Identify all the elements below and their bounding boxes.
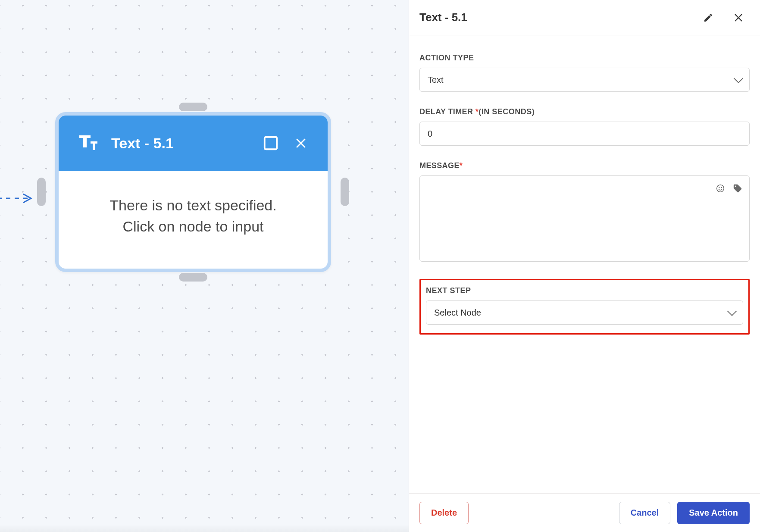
text-node[interactable]: Text - 5.1 There is no text specified. C… bbox=[55, 112, 331, 272]
delay-timer-input[interactable] bbox=[419, 122, 750, 146]
node-port-bottom[interactable] bbox=[179, 273, 207, 282]
message-label-text: MESSAGE bbox=[419, 161, 460, 170]
node-port-left[interactable] bbox=[37, 178, 46, 206]
svg-rect-1 bbox=[265, 137, 277, 150]
message-tools bbox=[715, 183, 743, 194]
panel-body: ACTION TYPE Text DELAY TIMER *(IN SECOND… bbox=[409, 35, 760, 446]
cancel-button[interactable]: Cancel bbox=[619, 502, 671, 524]
next-step-select[interactable]: Select Node bbox=[426, 300, 743, 325]
message-textarea[interactable] bbox=[419, 175, 750, 262]
edit-button[interactable] bbox=[701, 11, 715, 25]
svg-point-7 bbox=[719, 187, 719, 188]
next-step-highlight: NEXT STEP Select Node bbox=[419, 279, 750, 335]
svg-point-6 bbox=[717, 185, 724, 192]
save-action-button[interactable]: Save Action bbox=[677, 502, 750, 524]
panel-footer: Delete Cancel Save Action bbox=[409, 493, 760, 532]
delay-timer-label: DELAY TIMER *(IN SECONDS) bbox=[419, 107, 750, 116]
delay-timer-label-main: DELAY TIMER bbox=[419, 107, 475, 116]
node-title: Text - 5.1 bbox=[111, 135, 250, 152]
panel-header: Text - 5.1 bbox=[409, 0, 760, 35]
next-step-label: NEXT STEP bbox=[426, 286, 743, 295]
node-port-right[interactable] bbox=[341, 178, 349, 206]
close-panel-button[interactable] bbox=[732, 11, 745, 25]
node-expand-button[interactable] bbox=[261, 134, 280, 153]
node-port-top[interactable] bbox=[179, 103, 207, 111]
node-body-line2: Click on node to input bbox=[76, 216, 310, 237]
node-body[interactable]: There is no text specified. Click on nod… bbox=[59, 171, 328, 269]
flow-canvas[interactable]: Text - 5.1 There is no text specified. C… bbox=[0, 0, 409, 532]
text-type-icon bbox=[76, 131, 100, 155]
next-step-field: NEXT STEP Select Node bbox=[426, 286, 743, 325]
message-label: MESSAGE* bbox=[419, 161, 750, 170]
svg-point-8 bbox=[721, 187, 722, 188]
delete-button[interactable]: Delete bbox=[419, 502, 469, 524]
node-body-line1: There is no text specified. bbox=[76, 195, 310, 216]
properties-panel: Text - 5.1 ACTION TYPE Text DELAY TIMER … bbox=[409, 0, 760, 532]
action-type-select[interactable]: Text bbox=[419, 68, 750, 92]
tag-icon[interactable] bbox=[732, 183, 743, 194]
action-type-field: ACTION TYPE Text bbox=[419, 53, 750, 92]
delay-timer-field: DELAY TIMER *(IN SECONDS) bbox=[419, 107, 750, 146]
node-header: Text - 5.1 bbox=[59, 116, 328, 171]
message-field: MESSAGE* bbox=[419, 161, 750, 263]
message-required-star: * bbox=[460, 161, 463, 170]
panel-title: Text - 5.1 bbox=[419, 11, 685, 24]
action-type-label: ACTION TYPE bbox=[419, 53, 750, 63]
emoji-icon[interactable] bbox=[715, 183, 726, 194]
delay-timer-label-suffix: (IN SECONDS) bbox=[479, 107, 535, 116]
node-close-button[interactable] bbox=[291, 134, 310, 153]
